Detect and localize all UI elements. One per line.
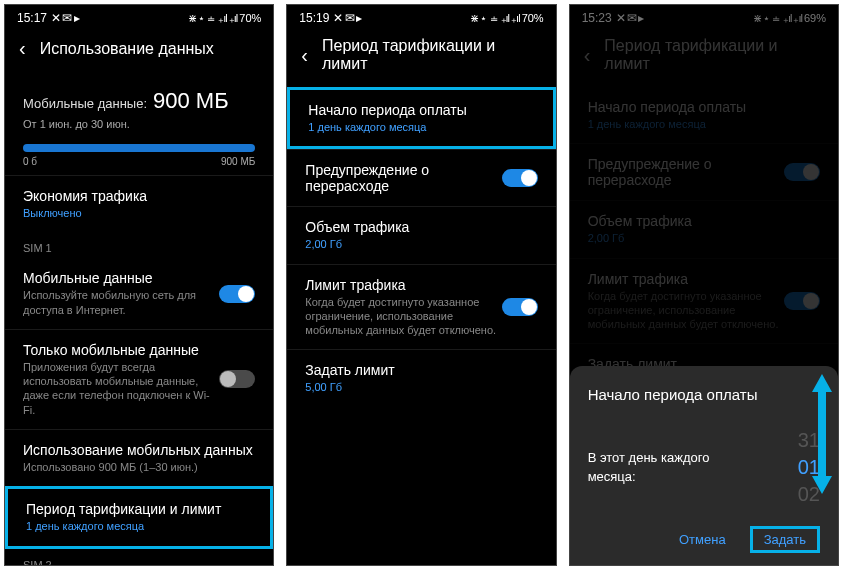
sim1-section-label: SIM 1: [5, 232, 273, 258]
item-title: Только мобильные данные: [23, 342, 219, 358]
status-battery: 70%: [522, 12, 544, 24]
usage-label: Мобильные данные:: [23, 96, 147, 111]
traffic-limit-toggle[interactable]: [502, 298, 538, 316]
sim2-section-label: SIM 2: [5, 549, 273, 566]
item-title: Предупреждение о перерасходе: [305, 162, 501, 194]
item-title: Экономия трафика: [23, 188, 255, 204]
billing-cycle-item[interactable]: Период тарификации и лимит 1 день каждог…: [8, 489, 270, 545]
item-title: Мобильные данные: [23, 270, 219, 286]
status-bar: 15:17 ✕ ✉ ▸ ⋇ ⋆ ⫨ ₊ıl ₊ıl 70%: [5, 5, 273, 27]
back-icon[interactable]: ‹: [19, 37, 26, 60]
status-time: 15:17: [17, 11, 47, 25]
svg-marker-0: [812, 374, 832, 494]
item-sub: 2,00 Гб: [305, 237, 537, 251]
item-sub: Приложения будут всегда использовать моб…: [23, 360, 219, 417]
data-warning-item[interactable]: Предупреждение о перерасходе: [287, 149, 555, 206]
data-warning-toggle[interactable]: [502, 169, 538, 187]
picker-label: В этот день каждого месяца:: [588, 449, 728, 485]
item-sub: 1 день каждого месяца: [308, 120, 534, 134]
back-icon[interactable]: ‹: [301, 44, 308, 67]
scroll-indicator-arrow-icon: [810, 374, 834, 505]
item-sub: 1 день каждого месяца: [26, 519, 252, 533]
billing-start-dialog: Начало периода оплаты В этот день каждог…: [570, 366, 838, 565]
header: ‹ Период тарификации и лимит: [287, 27, 555, 87]
item-title: Начало периода оплаты: [308, 102, 534, 118]
mobile-data-toggle[interactable]: [219, 285, 255, 303]
status-bar: 15:19 ✕ ✉ ▸ ⋇ ⋆ ⫨ ₊ıl ₊ıl 70%: [287, 5, 555, 27]
traffic-limit-item[interactable]: Лимит трафика Когда будет достигнуто ука…: [287, 264, 555, 350]
data-saver-item[interactable]: Экономия трафика Выключено: [5, 175, 273, 232]
status-signal-icons: ⋇ ⋆ ⫨ ₊ıl ₊ıl: [188, 12, 237, 25]
traffic-volume-item[interactable]: Объем трафика 2,00 Гб: [287, 206, 555, 263]
cancel-button[interactable]: Отмена: [665, 526, 740, 553]
item-sub: Когда будет достигнуто указанное огранич…: [305, 295, 501, 338]
status-battery: 70%: [239, 12, 261, 24]
screen-1-data-usage: 15:17 ✕ ✉ ▸ ⋇ ⋆ ⫨ ₊ıl ₊ıl 70% ‹ Использо…: [4, 4, 274, 566]
item-sub: Используйте мобильную сеть для доступа в…: [23, 288, 219, 317]
highlight-billing-start: Начало периода оплаты 1 день каждого мес…: [287, 87, 555, 149]
item-title: Использование мобильных данных: [23, 442, 255, 458]
screen-2-billing-cycle: 15:19 ✕ ✉ ▸ ⋇ ⋆ ⫨ ₊ıl ₊ıl 70% ‹ Период т…: [286, 4, 556, 566]
header: ‹ Использование данных: [5, 27, 273, 74]
usage-progress-bar: [23, 144, 255, 152]
item-title: Задать лимит: [305, 362, 537, 378]
status-time: 15:19: [299, 11, 329, 25]
mobile-data-item[interactable]: Мобильные данные Используйте мобильную с…: [5, 258, 273, 329]
highlight-billing-cycle: Период тарификации и лимит 1 день каждог…: [5, 486, 273, 548]
progress-min: 0 б: [23, 156, 37, 167]
only-mobile-data-item[interactable]: Только мобильные данные Приложения будут…: [5, 329, 273, 429]
item-sub: Выключено: [23, 206, 255, 220]
ok-button[interactable]: Задать: [750, 526, 820, 553]
usage-value: 900 МБ: [153, 88, 229, 114]
page-title: Использование данных: [40, 40, 214, 58]
usage-summary: Мобильные данные: 900 МБ От 1 июн. до 30…: [5, 74, 273, 175]
status-notif-icons: ✕ ✉ ▸: [333, 11, 361, 25]
progress-max: 900 МБ: [221, 156, 255, 167]
item-sub: 5,00 Гб: [305, 380, 537, 394]
screen-3-dialog: 15:23 ✕ ✉ ▸ ⋇ ⋆ ⫨ ₊ıl ₊ıl 69% ‹ Период т…: [569, 4, 839, 566]
usage-period: От 1 июн. до 30 июн.: [23, 118, 255, 130]
item-title: Лимит трафика: [305, 277, 501, 293]
billing-start-item[interactable]: Начало периода оплаты 1 день каждого мес…: [290, 90, 552, 146]
item-sub: Использовано 900 МБ (1–30 июн.): [23, 460, 255, 474]
dialog-title: Начало периода оплаты: [588, 386, 820, 403]
item-title: Период тарификации и лимит: [26, 501, 252, 517]
set-limit-item[interactable]: Задать лимит 5,00 Гб: [287, 349, 555, 406]
mobile-data-usage-item[interactable]: Использование мобильных данных Использов…: [5, 429, 273, 486]
item-title: Объем трафика: [305, 219, 537, 235]
status-notif-icons: ✕ ✉ ▸: [51, 11, 79, 25]
only-mobile-toggle[interactable]: [219, 370, 255, 388]
page-title: Период тарификации и лимит: [322, 37, 542, 73]
status-signal-icons: ⋇ ⋆ ⫨ ₊ıl ₊ıl: [470, 12, 519, 25]
